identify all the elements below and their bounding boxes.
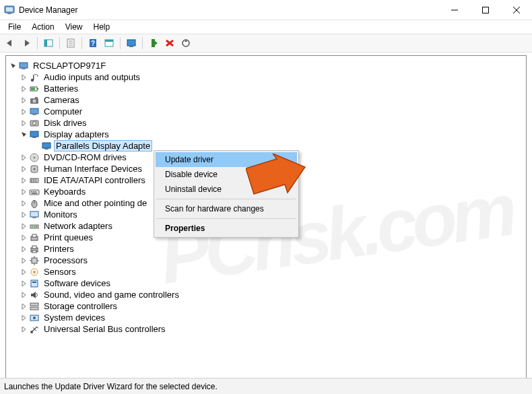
- maximize-button[interactable]: [470, 0, 501, 20]
- back-icon: [5, 38, 15, 48]
- display-icon: [29, 129, 40, 140]
- expand-icon[interactable]: [20, 256, 29, 265]
- svg-rect-19: [127, 40, 135, 46]
- forward-button[interactable]: [19, 36, 34, 51]
- svg-marker-75: [22, 224, 26, 229]
- back-button[interactable]: [3, 36, 18, 51]
- enable-device-button[interactable]: [146, 36, 161, 51]
- expand-icon[interactable]: [20, 313, 29, 323]
- expand-icon[interactable]: [20, 302, 29, 311]
- context-item[interactable]: Scan for hardware changes: [156, 201, 297, 216]
- expand-icon[interactable]: [20, 153, 29, 162]
- svg-rect-10: [44, 40, 47, 46]
- tree-category[interactable]: Printers: [9, 243, 526, 255]
- tree-item-label: Disk drives: [42, 118, 88, 128]
- show-hide-console-button[interactable]: [41, 36, 56, 51]
- svg-rect-98: [32, 282, 36, 283]
- uninstall-device-button[interactable]: [162, 36, 177, 51]
- tree-category[interactable]: Software devices: [9, 277, 526, 289]
- tree-item-label: Software devices: [42, 278, 112, 288]
- window-icon: [104, 38, 114, 48]
- expand-icon[interactable]: [20, 267, 29, 277]
- computer-icon: [18, 61, 29, 71]
- tree-category[interactable]: Display adapters: [9, 129, 526, 140]
- svg-marker-104: [22, 315, 26, 321]
- tree-item-label: Sensors: [42, 267, 77, 277]
- svg-marker-72: [22, 212, 26, 218]
- expand-icon[interactable]: [20, 233, 29, 242]
- update-driver-icon: [180, 38, 191, 48]
- expand-icon[interactable]: [20, 130, 29, 139]
- tree-root[interactable]: RCSLAPTOP971F: [9, 60, 526, 71]
- tree-item-label: Computer: [42, 106, 84, 117]
- tree-category[interactable]: Computer: [9, 106, 526, 117]
- menu-action[interactable]: Action: [26, 21, 59, 33]
- minimize-button[interactable]: [439, 0, 470, 20]
- expand-icon[interactable]: [20, 279, 29, 288]
- expand-icon[interactable]: [20, 199, 29, 208]
- svg-marker-93: [22, 269, 26, 275]
- tree-category[interactable]: Sound, video and game controllers: [9, 289, 526, 300]
- svg-marker-96: [22, 281, 26, 286]
- tree-item-label: DVD/CD-ROM drives: [42, 152, 128, 162]
- expand-icon[interactable]: [20, 244, 29, 254]
- svg-rect-102: [30, 303, 38, 306]
- svg-rect-66: [33, 191, 34, 193]
- menu-view[interactable]: View: [60, 21, 88, 33]
- expand-icon[interactable]: [20, 176, 29, 185]
- svg-marker-22: [155, 41, 158, 45]
- close-button[interactable]: [501, 0, 532, 20]
- expand-icon[interactable]: [20, 119, 29, 128]
- svg-point-94: [33, 271, 36, 273]
- svg-rect-43: [32, 114, 36, 115]
- properties-button[interactable]: [63, 36, 78, 51]
- audio-icon: [29, 72, 40, 83]
- update-driver-button[interactable]: [178, 36, 193, 51]
- menu-help[interactable]: Help: [88, 21, 116, 33]
- expand-icon[interactable]: [9, 61, 18, 71]
- scan-hardware-button[interactable]: [124, 36, 139, 51]
- help-button[interactable]: ?: [86, 36, 100, 51]
- svg-rect-50: [42, 143, 51, 148]
- context-item[interactable]: Uninstall device: [156, 182, 297, 197]
- menu-file[interactable]: File: [3, 21, 26, 33]
- context-item[interactable]: Disable device: [156, 167, 297, 182]
- tree-category[interactable]: Processors: [9, 255, 526, 266]
- svg-rect-82: [32, 234, 36, 237]
- mouse-icon: [29, 198, 40, 209]
- svg-point-46: [33, 121, 36, 125]
- tree-category[interactable]: Universal Serial Bus controllers: [9, 323, 526, 335]
- tree-category[interactable]: Sensors: [9, 266, 526, 277]
- expand-icon[interactable]: [20, 290, 29, 300]
- context-item[interactable]: Update driver: [156, 152, 297, 167]
- tree-category[interactable]: Storage controllers: [9, 300, 526, 312]
- expand-icon[interactable]: [20, 164, 29, 174]
- expand-icon[interactable]: [20, 187, 29, 197]
- svg-rect-65: [31, 191, 32, 193]
- battery-icon: [29, 84, 40, 94]
- svg-marker-100: [31, 292, 36, 298]
- cpu-icon: [29, 255, 40, 266]
- tree-category[interactable]: Cameras: [9, 94, 526, 106]
- dvd-icon: [29, 152, 40, 163]
- help-icon: ?: [88, 38, 98, 48]
- action-center-button[interactable]: [102, 36, 117, 51]
- expand-icon[interactable]: [20, 107, 29, 117]
- context-item[interactable]: Properties: [156, 221, 297, 236]
- svg-marker-63: [22, 189, 26, 195]
- expand-icon[interactable]: [20, 73, 29, 82]
- expand-icon[interactable]: [20, 210, 29, 220]
- expand-icon[interactable]: [20, 222, 29, 231]
- display-icon: [41, 141, 52, 152]
- expand-icon[interactable]: [20, 96, 29, 105]
- tree-item-label: Keyboards: [42, 187, 87, 197]
- tree-category[interactable]: Audio inputs and outputs: [9, 71, 526, 83]
- expand-icon[interactable]: [20, 84, 29, 94]
- svg-marker-27: [11, 63, 15, 68]
- svg-rect-48: [30, 131, 38, 137]
- tree-category[interactable]: Disk drives: [9, 117, 526, 129]
- expand-icon[interactable]: [20, 325, 29, 334]
- tree-category[interactable]: System devices: [9, 312, 526, 323]
- tree-category[interactable]: Batteries: [9, 83, 526, 94]
- svg-rect-85: [32, 246, 36, 249]
